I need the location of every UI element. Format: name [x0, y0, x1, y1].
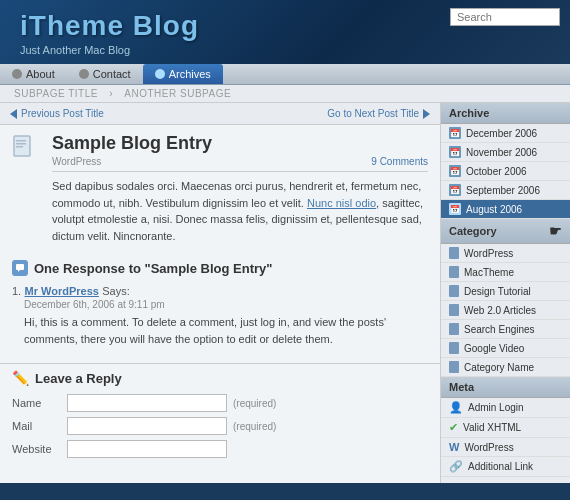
comment-text: Hi, this is a comment. To delete a comme…: [24, 314, 428, 347]
name-field-row: Name (required): [12, 394, 428, 412]
search-input[interactable]: [450, 8, 560, 26]
meta-item-xhtml[interactable]: ✔ Valid XHTML: [441, 418, 570, 438]
nav-icon-archives: [155, 69, 165, 79]
comment-date: December 6th, 2006 at 9:11 pm: [24, 299, 428, 310]
comments-section: One Response to "Sample Blog Entry" 1. M…: [0, 260, 440, 363]
admin-icon: 👤: [449, 401, 463, 414]
svg-rect-1: [16, 140, 26, 142]
prev-arrow-icon: [10, 109, 17, 119]
mail-field-row: Mail (required): [12, 417, 428, 435]
breadcrumb: SUBPAGE TITLE › ANOTHER SUBPAGE: [0, 85, 570, 103]
post-category: WordPress: [52, 156, 101, 167]
category-item-name[interactable]: Category Name: [441, 358, 570, 377]
meta-heading: Meta: [441, 377, 570, 398]
website-field-row: Website: [12, 440, 428, 458]
name-required: (required): [233, 398, 276, 409]
category-heading: Category ☛: [441, 219, 570, 244]
website-label: Website: [12, 443, 67, 455]
hand-icon: ☛: [549, 223, 562, 239]
post-navigation: Previous Post Title Go to Next Post Titl…: [0, 103, 440, 125]
category-section: Category ☛ WordPress MacTheme Design Tut…: [441, 219, 570, 377]
svg-rect-2: [16, 143, 26, 145]
page-icon: [449, 361, 459, 373]
page-icon: [449, 342, 459, 354]
post-area: Sample Blog Entry WordPress 9 Comments S…: [0, 125, 440, 260]
nav-item-archives[interactable]: Archives: [143, 64, 223, 84]
post-comments-count[interactable]: 9 Comments: [371, 156, 428, 167]
archive-heading: Archive: [441, 103, 570, 124]
category-item-design[interactable]: Design Tutorial: [441, 282, 570, 301]
reply-section: ✏️ Leave a Reply Name (required) Mail (r…: [0, 363, 440, 473]
w-icon: W: [449, 441, 459, 453]
category-item-web2[interactable]: Web 2.0 Articles: [441, 301, 570, 320]
post-meta: WordPress 9 Comments: [52, 156, 428, 172]
name-input[interactable]: [67, 394, 227, 412]
post-link[interactable]: Nunc nisl odio: [307, 197, 376, 209]
mail-input[interactable]: [67, 417, 227, 435]
nav-bar: About Contact Archives: [0, 64, 570, 85]
breadcrumb-separator: ›: [109, 88, 113, 99]
mail-required: (required): [233, 421, 276, 432]
nav-icon-contact: [79, 69, 89, 79]
page-icon: [449, 304, 459, 316]
archive-item-nov2006[interactable]: 📅 November 2006: [441, 143, 570, 162]
archive-section: Archive 📅 December 2006 📅 November 2006 …: [441, 103, 570, 219]
calendar-icon: 📅: [449, 165, 461, 177]
name-label: Name: [12, 397, 67, 409]
header: iTheme Blog Just Another Mac Blog: [0, 0, 570, 64]
check-icon: ✔: [449, 421, 458, 434]
post-body: Sed dapibus sodales orci. Maecenas orci …: [52, 178, 428, 244]
mail-label: Mail: [12, 420, 67, 432]
category-item-mactheme[interactable]: MacTheme: [441, 263, 570, 282]
meta-item-additional[interactable]: 🔗 Additional Link: [441, 457, 570, 477]
svg-rect-3: [16, 146, 23, 148]
site-subtitle: Just Another Mac Blog: [20, 44, 550, 56]
comment-says: Says:: [102, 285, 130, 297]
comment-bubble-icon: [12, 260, 28, 276]
page-icon: [449, 285, 459, 297]
calendar-icon: 📅: [449, 184, 461, 196]
nav-item-contact[interactable]: Contact: [67, 64, 143, 84]
page-icon: [449, 247, 459, 259]
meta-section: Meta 👤 Admin Login ✔ Valid XHTML W WordP…: [441, 377, 570, 477]
nav-icon-about: [12, 69, 22, 79]
next-post-link[interactable]: Go to Next Post Title: [327, 108, 430, 119]
nav-item-about[interactable]: About: [0, 64, 67, 84]
calendar-icon: 📅: [449, 203, 461, 215]
category-item-wordpress[interactable]: WordPress: [441, 244, 570, 263]
comments-heading: One Response to "Sample Blog Entry": [12, 260, 428, 276]
meta-item-admin[interactable]: 👤 Admin Login: [441, 398, 570, 418]
breadcrumb-item-1: SUBPAGE TITLE: [14, 88, 98, 99]
content-area: Previous Post Title Go to Next Post Titl…: [0, 103, 440, 483]
category-item-search[interactable]: Search Engines: [441, 320, 570, 339]
comment-author[interactable]: Mr WordPress: [25, 285, 99, 297]
archive-item-sep2006[interactable]: 📅 September 2006: [441, 181, 570, 200]
prev-post-link[interactable]: Previous Post Title: [10, 108, 104, 119]
main-layout: Previous Post Title Go to Next Post Titl…: [0, 103, 570, 483]
website-input[interactable]: [67, 440, 227, 458]
comment-item: 1. Mr WordPress Says: December 6th, 2006…: [12, 284, 428, 347]
post-title: Sample Blog Entry: [52, 133, 428, 154]
reply-heading: ✏️ Leave a Reply: [12, 370, 428, 386]
breadcrumb-item-2: ANOTHER SUBPAGE: [124, 88, 231, 99]
sidebar: Archive 📅 December 2006 📅 November 2006 …: [440, 103, 570, 483]
category-item-google[interactable]: Google Video: [441, 339, 570, 358]
svg-marker-5: [18, 270, 20, 272]
page-icon: [449, 266, 459, 278]
svg-rect-4: [16, 264, 24, 270]
calendar-icon: 📅: [449, 127, 461, 139]
archive-item-dec2006[interactable]: 📅 December 2006: [441, 124, 570, 143]
meta-item-wordpress[interactable]: W WordPress: [441, 438, 570, 457]
next-arrow-icon: [423, 109, 430, 119]
archive-item-oct2006[interactable]: 📅 October 2006: [441, 162, 570, 181]
link-icon: 🔗: [449, 460, 463, 473]
comment-number: 1.: [12, 285, 21, 297]
pencil-icon: ✏️: [12, 370, 29, 386]
page-icon: [449, 323, 459, 335]
archive-item-aug2006[interactable]: 📅 August 2006: [441, 200, 570, 219]
post-doc-icon: [12, 135, 36, 162]
calendar-icon: 📅: [449, 146, 461, 158]
